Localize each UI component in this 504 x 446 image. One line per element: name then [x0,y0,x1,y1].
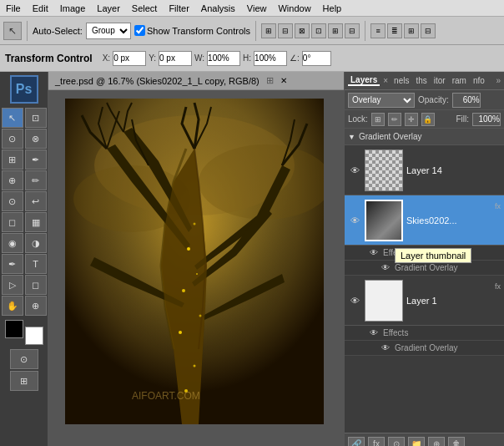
lock-transparent-btn[interactable]: ⊞ [371,113,385,126]
menu-analysis[interactable]: Analysis [199,3,238,13]
eyedropper-tool[interactable]: ✒ [25,150,47,170]
panel-close-btn[interactable]: » [496,76,501,85]
new-group-btn[interactable]: 📁 [408,437,425,447]
layer-1-visibility[interactable]: 👁 [348,294,361,307]
gradient-tool[interactable]: ▦ [25,212,47,232]
autoselect-dropdown[interactable]: Group Layer [86,23,131,39]
layer-skies-fx: fx [495,202,501,210]
menu-window[interactable]: Window [275,3,313,13]
doc-close-btn[interactable]: ✕ [280,76,287,85]
quick-select-tool[interactable]: ⊗ [25,129,47,149]
healing-tool[interactable]: ⊕ [2,170,23,190]
effects-visibility[interactable]: 👁 [368,247,380,259]
dodge-tool[interactable]: ◑ [25,233,47,253]
tab-layers[interactable]: Layers [348,75,380,86]
dist-v-btn[interactable]: ≣ [387,23,402,38]
canvas-content: AIFOART.COM [48,90,344,446]
clone-tool[interactable]: ⊙ [2,191,23,211]
screen-mode-btn[interactable]: ⊞ [10,371,38,391]
lock-label: Lock: [348,114,368,124]
h-input[interactable] [254,51,287,66]
layer-skies-thumb-content [366,201,401,240]
tab-info[interactable]: nfo [471,76,487,85]
background-color[interactable] [25,327,43,345]
effects-1-visibility[interactable]: 👁 [368,327,380,339]
y-input[interactable] [159,51,192,66]
gradient-1-visibility[interactable]: 👁 [380,342,391,354]
layer-14-visibility[interactable]: 👁 [348,164,361,177]
move-tool[interactable]: ↖ [2,108,23,128]
align-middle-btn[interactable]: ⊞ [328,23,343,38]
lock-image-btn[interactable]: ✏ [388,113,401,126]
type-tool[interactable]: T [25,254,47,274]
lock-position-btn[interactable]: ✛ [405,113,418,126]
tab-histogram[interactable]: itor [431,76,448,85]
tab-actions[interactable]: ram [450,76,469,85]
shape-tool[interactable]: ◻ [25,275,47,295]
delete-layer-btn[interactable]: 🗑 [448,437,465,447]
layer-14-thumbnail [365,150,403,191]
blend-mode-select[interactable]: Overlay Normal Multiply Screen [348,93,415,108]
menu-select[interactable]: Select [129,3,160,13]
brush-tool[interactable]: ✏ [25,170,47,190]
menu-image[interactable]: Image [58,3,88,13]
menu-filter[interactable]: Filter [166,3,191,13]
show-transform-check[interactable]: Show Transform Controls [134,25,250,36]
add-mask-btn[interactable]: ⊙ [388,437,405,447]
x-label: X: [103,53,110,63]
align-center-btn[interactable]: ⊟ [278,23,293,38]
fill-input[interactable] [472,113,501,126]
lock-all-btn[interactable]: 🔒 [421,113,435,126]
blend-opacity-row: Overlay Normal Multiply Screen Opacity: [345,90,504,110]
blur-tool[interactable]: ◉ [2,233,23,253]
dist-space-btn[interactable]: ⊟ [421,23,436,38]
x-input[interactable] [113,51,146,66]
menu-help[interactable]: Help [320,3,345,13]
align-top-btn[interactable]: ⊡ [311,23,326,38]
dist-h-btn[interactable]: ≡ [370,23,386,38]
add-style-btn[interactable]: fx [368,437,385,447]
align-left-btn[interactable]: ⊞ [261,23,276,38]
align-right-btn[interactable]: ⊠ [295,23,310,38]
menu-layer[interactable]: Layer [94,3,123,13]
foreground-color[interactable] [5,320,23,338]
menu-file[interactable]: File [3,3,23,13]
gradient-overlay-group[interactable]: ▼ Gradient Overlay [345,129,504,145]
zoom-tool[interactable]: ⊕ [25,296,47,316]
w-input[interactable] [207,51,240,66]
effects-header-1: 👁 Effects [345,326,504,341]
tab-paths[interactable]: ths [413,76,429,85]
pen-tool[interactable]: ✒ [2,254,23,274]
layer-item-14[interactable]: 👁 Layer 14 [345,145,504,195]
dist-center-btn[interactable]: ⊞ [404,23,419,38]
layer-item-1[interactable]: 👁 Layer 1 fx [345,276,504,326]
gradient-effect-visibility[interactable]: 👁 [380,262,391,274]
layer-item-skies[interactable]: 👁 Skies0202... fx Layer thumbnail [345,195,504,246]
color-boxes [2,320,47,345]
move-tool-icon[interactable]: ↖ [3,22,22,40]
layer-14-info: Layer 14 [406,165,501,175]
hand-tool[interactable]: ✋ [2,296,23,316]
lasso-tool[interactable]: ⊙ [2,129,23,149]
marquee-tool[interactable]: ⊡ [25,108,47,128]
eraser-tool[interactable]: ◻ [2,212,23,232]
tab-channels[interactable]: nels [391,76,411,85]
tool-panel: Ps ↖ ⊡ ⊙ ⊗ ⊞ ✒ ⊕ ✏ ⊙ ↩ ◻ ▦ ◉ ◑ ✒ [0,72,48,446]
gradient-label: Gradient Overlay [395,263,458,272]
quick-mask-btn[interactable]: ⊙ [10,349,38,369]
path-select[interactable]: ▷ [2,275,23,295]
doc-expand-btn[interactable]: ⊞ [266,75,274,86]
transform-checkbox[interactable] [134,25,145,36]
opacity-input[interactable] [452,93,481,108]
history-brush[interactable]: ↩ [25,191,47,211]
angle-input[interactable] [302,51,331,66]
menu-edit[interactable]: Edit [30,3,51,13]
align-bottom-btn[interactable]: ⊟ [345,23,360,38]
document-tab[interactable]: _tree.psd @ 16.7% (Skies0202_1_L copy, R… [48,72,344,90]
new-layer-btn[interactable]: ⊕ [428,437,445,447]
layer-skies-visibility[interactable]: 👁 [348,214,361,227]
layers-panel: Layers × nels ths itor ram nfo » Overlay… [344,72,504,446]
menu-view[interactable]: View [244,3,270,13]
link-layers-btn[interactable]: 🔗 [348,437,365,447]
crop-tool[interactable]: ⊞ [2,150,23,170]
